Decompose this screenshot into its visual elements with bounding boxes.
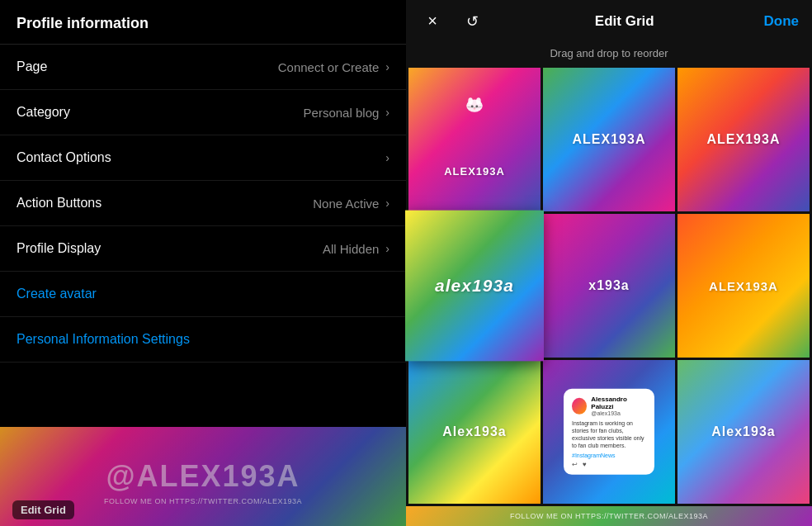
bottom-bg: @ALEX193A FOLLOW ME ON HTTPS://TWITTER.C… xyxy=(0,427,406,526)
grid-cell-6[interactable]: ALEX193A xyxy=(677,214,810,358)
info-card-name: Alessandro Paluzzi xyxy=(591,396,646,410)
drag-hint: Drag and drop to reorder xyxy=(406,42,812,68)
menu-value-action-buttons: None Active xyxy=(313,197,379,211)
menu-right-profile-display: All Hidden › xyxy=(323,242,389,256)
info-card-handle: @alex193a xyxy=(591,410,646,416)
menu-item-contact[interactable]: Contact Options › xyxy=(0,135,406,181)
svg-point-5 xyxy=(474,107,476,109)
menu-value-category: Personal blog xyxy=(304,106,380,120)
edit-grid-badge[interactable]: Edit Grid xyxy=(12,500,74,519)
header-left-controls: × ↺ xyxy=(419,12,485,31)
create-avatar-link[interactable]: Create avatar xyxy=(17,287,97,301)
right-panel: @ALEX193A × ↺ Edit Grid Done Drag and dr… xyxy=(406,0,812,526)
grid-cell-1[interactable]: ALEX193A xyxy=(408,68,541,211)
panel-title: Profile information xyxy=(0,0,406,45)
grid-cell-4[interactable]: alex193a xyxy=(405,211,544,362)
cat-icon xyxy=(463,92,486,116)
menu-value-page: Connect or Create xyxy=(278,60,380,74)
menu-label-contact: Contact Options xyxy=(17,150,111,165)
info-card-tag: #InstagramNews xyxy=(572,453,646,458)
right-bottom-bar: FOLLOW ME ON HTTPS://TWITTER.COM/ALEX193… xyxy=(406,506,812,526)
info-card-text: Instagram is working on stories for fan … xyxy=(572,419,646,449)
svg-point-2 xyxy=(476,97,481,104)
cell-7-label: Alex193a xyxy=(442,424,506,439)
menu-right-action-buttons: None Active › xyxy=(313,197,389,211)
grid-cell-7[interactable]: Alex193a xyxy=(408,360,541,504)
info-card-name-block: Alessandro Paluzzi @alex193a xyxy=(591,396,646,416)
menu-item-profile-display[interactable]: Profile Display All Hidden › xyxy=(0,226,406,272)
menu-right-category: Personal blog › xyxy=(304,106,389,120)
right-follow-text: FOLLOW ME ON HTTPS://TWITTER.COM/ALEX193… xyxy=(510,512,708,520)
svg-point-1 xyxy=(468,97,473,104)
chevron-icon-page: › xyxy=(385,60,389,73)
grid-cell-9[interactable]: Alex193a xyxy=(677,360,810,504)
menu-label-page: Page xyxy=(17,59,47,74)
undo-icon[interactable]: ↺ xyxy=(459,12,485,31)
chevron-icon-profile-display: › xyxy=(385,242,389,255)
left-panel: Profile information Page Connect or Crea… xyxy=(0,0,406,526)
menu-right-contact: › xyxy=(385,151,389,164)
info-card: Alessandro Paluzzi @alex193a Instagram i… xyxy=(564,389,654,475)
cell-6-label: ALEX193A xyxy=(709,279,778,293)
menu-label-action-buttons: Action Buttons xyxy=(17,196,102,211)
menu-item-action-buttons[interactable]: Action Buttons None Active › xyxy=(0,181,406,226)
grid-cell-5[interactable]: x193a xyxy=(543,214,675,358)
menu-label-category: Category xyxy=(17,105,70,120)
menu-item-personal-info[interactable]: Personal Information Settings xyxy=(0,317,406,363)
done-button[interactable]: Done xyxy=(764,13,800,30)
info-card-header: Alessandro Paluzzi @alex193a xyxy=(572,396,646,416)
cell-5-label: x193a xyxy=(588,278,630,293)
menu-right-page: Connect or Create › xyxy=(278,60,389,74)
cell-3-label: ALEX193A xyxy=(707,132,781,147)
grid-cell-8[interactable]: Alessandro Paluzzi @alex193a Instagram i… xyxy=(543,360,675,504)
personal-info-link[interactable]: Personal Information Settings xyxy=(17,332,190,346)
follow-text-left: FOLLOW ME ON HTTPS://TWITTER.COM/ALEX193… xyxy=(104,497,302,505)
edit-grid-title: Edit Grid xyxy=(595,13,654,30)
info-card-icons: ↩ ♥ xyxy=(572,461,646,468)
menu-item-create-avatar[interactable]: Create avatar xyxy=(0,272,406,317)
grid-cell-2[interactable]: ALEX193A xyxy=(543,68,675,211)
menu-item-page[interactable]: Page Connect or Create › xyxy=(0,45,406,90)
bottom-username: @ALEX193A xyxy=(106,459,300,494)
heart-icon: ♥ xyxy=(583,461,587,468)
grid-cell-3[interactable]: ALEX193A xyxy=(677,68,810,211)
menu-item-category[interactable]: Category Personal blog › xyxy=(0,90,406,135)
right-header: × ↺ Edit Grid Done xyxy=(406,0,812,42)
info-card-avatar xyxy=(572,397,587,414)
cell-9-label: Alex193a xyxy=(711,424,775,439)
reply-icon: ↩ xyxy=(572,461,578,468)
chevron-icon-category: › xyxy=(385,106,389,119)
left-bottom-preview: @ALEX193A FOLLOW ME ON HTTPS://TWITTER.C… xyxy=(0,427,406,526)
close-icon[interactable]: × xyxy=(419,12,446,31)
menu-value-profile-display: All Hidden xyxy=(323,242,379,256)
menu-label-profile-display: Profile Display xyxy=(17,241,101,256)
cell-1-label: ALEX193A xyxy=(444,165,505,178)
cell-4-label: alex193a xyxy=(435,276,514,296)
cell-2-label: ALEX193A xyxy=(573,132,646,147)
chevron-icon-contact: › xyxy=(385,151,389,164)
grid-area: ALEX193A ALEX193A ALEX193A alex193a x193… xyxy=(406,68,812,506)
chevron-icon-action-buttons: › xyxy=(385,197,389,210)
